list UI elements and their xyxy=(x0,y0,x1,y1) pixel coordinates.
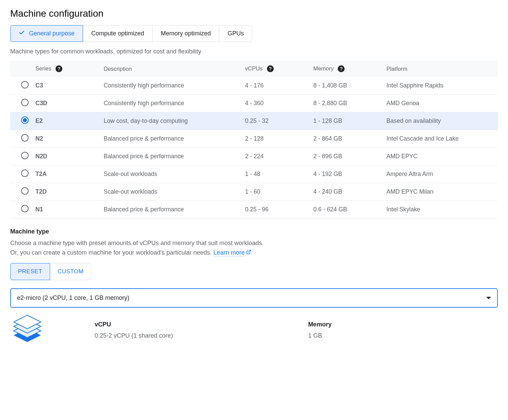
tab-label: General purpose xyxy=(29,30,75,37)
vcpus-cell: 1 - 60 xyxy=(242,183,310,201)
dropdown-value: e2-micro (2 vCPU, 1 core, 1 GB memory) xyxy=(17,294,129,302)
col-platform: Platform xyxy=(383,61,498,77)
description-cell: Scale-out workloads xyxy=(100,183,241,201)
spec-vcpu: vCPU 0.25-2 vCPU (1 shared core) xyxy=(95,321,308,339)
tab-general-purpose[interactable]: General purpose xyxy=(10,25,83,42)
description-cell: Balanced price & performance xyxy=(100,130,241,148)
table-row[interactable]: C3DConsistently high performance4 - 3608… xyxy=(10,95,498,112)
radio-button[interactable] xyxy=(21,81,29,88)
table-row[interactable]: E2Low cost, day-to-day computing0.25 - 3… xyxy=(10,112,498,130)
series-cell: T2A xyxy=(32,165,100,183)
series-table: Series ? Description vCPUs ? Memory ? Pl… xyxy=(10,61,498,219)
table-row[interactable]: T2AScale-out workloads1 - 484 - 192 GBAm… xyxy=(10,165,498,183)
help-icon[interactable]: ? xyxy=(338,65,345,72)
col-description: Description xyxy=(100,61,241,77)
platform-cell: AMD EPYC xyxy=(383,148,498,165)
col-series: Series ? xyxy=(32,61,100,77)
table-row[interactable]: C3Consistently high performance4 - 1768 … xyxy=(10,77,498,95)
description-cell: Consistently high performance xyxy=(100,77,241,95)
tab-memory-optimized[interactable]: Memory optimized xyxy=(153,25,219,42)
radio-button[interactable] xyxy=(21,116,29,124)
external-link-icon xyxy=(246,249,251,256)
spec-vcpu-value: 0.25-2 vCPU (1 shared core) xyxy=(95,332,308,339)
memory-cell: 8 - 2,880 GB xyxy=(310,95,383,112)
radio-button[interactable] xyxy=(21,134,29,142)
platform-cell: AMD EPYC Milan xyxy=(383,183,498,201)
check-icon xyxy=(19,30,25,37)
machine-type-heading: Machine type xyxy=(10,228,498,235)
table-header-row: Series ? Description vCPUs ? Memory ? Pl… xyxy=(10,61,498,77)
series-cell: E2 xyxy=(32,112,100,130)
vcpus-cell: 0.25 - 96 xyxy=(242,201,310,219)
tab-preset[interactable]: PRESET xyxy=(10,263,50,280)
series-cell: C3 xyxy=(32,77,100,95)
table-row[interactable]: N1Balanced price & performance0.25 - 960… xyxy=(10,201,498,219)
machine-type-dropdown[interactable]: e2-micro (2 vCPU, 1 core, 1 GB memory) xyxy=(10,288,498,308)
help-icon[interactable]: ? xyxy=(55,65,62,72)
memory-cell: 4 - 240 GB xyxy=(310,183,383,201)
memory-cell: 8 - 1,408 GB xyxy=(310,77,383,95)
spec-memory-label: Memory xyxy=(308,321,498,328)
tab-compute-optimized[interactable]: Compute optimized xyxy=(83,25,153,42)
col-vcpus: vCPUs ? xyxy=(242,61,310,77)
tab-custom[interactable]: CUSTOM xyxy=(50,263,91,280)
tab-label: Memory optimized xyxy=(161,30,211,37)
table-row[interactable]: N2DBalanced price & performance2 - 2242 … xyxy=(10,148,498,165)
vcpus-cell: 0.25 - 32 xyxy=(242,112,310,130)
col-memory: Memory ? xyxy=(310,61,383,77)
family-description: Machine types for common workloads, opti… xyxy=(10,48,498,55)
radio-button[interactable] xyxy=(21,169,29,177)
spec-memory: Memory 1 GB xyxy=(308,321,498,339)
section-title: Machine configuration xyxy=(10,8,498,19)
description-cell: Balanced price & performance xyxy=(100,148,241,165)
caret-down-icon xyxy=(486,297,491,299)
memory-cell: 1 - 128 GB xyxy=(310,112,383,130)
vcpus-cell: 2 - 224 xyxy=(242,148,310,165)
series-cell: C3D xyxy=(32,95,100,112)
radio-button[interactable] xyxy=(21,205,29,212)
radio-button[interactable] xyxy=(21,152,29,159)
platform-cell: Intel Skylake xyxy=(383,201,498,219)
platform-cell: Intel Sapphire Rapids xyxy=(383,77,498,95)
description-cell: Consistently high performance xyxy=(100,95,241,112)
stack-icon xyxy=(10,313,44,347)
vcpus-cell: 4 - 360 xyxy=(242,95,310,112)
spec-vcpu-label: vCPU xyxy=(95,321,308,328)
vcpus-cell: 1 - 48 xyxy=(242,165,310,183)
table-row[interactable]: T2DScale-out workloads1 - 604 - 240 GBAM… xyxy=(10,183,498,201)
tab-label: Compute optimized xyxy=(91,30,144,37)
description-cell: Low cost, day-to-day computing xyxy=(100,112,241,130)
help-icon[interactable]: ? xyxy=(267,65,274,72)
memory-cell: 2 - 864 GB xyxy=(310,130,383,148)
platform-cell: Based on availability xyxy=(383,112,498,130)
preset-custom-tabs: PRESET CUSTOM xyxy=(10,263,498,280)
description-cell: Balanced price & performance xyxy=(100,201,241,219)
memory-cell: 2 - 896 GB xyxy=(310,148,383,165)
radio-button[interactable] xyxy=(21,187,29,195)
series-cell: N2D xyxy=(32,148,100,165)
learn-more-link[interactable]: Learn more xyxy=(213,249,245,256)
platform-cell: Intel Cascade and Ice Lake xyxy=(383,130,498,148)
description-cell: Scale-out workloads xyxy=(100,165,241,183)
machine-type-description: Choose a machine type with preset amount… xyxy=(10,239,498,258)
table-row[interactable]: N2Balanced price & performance2 - 1282 -… xyxy=(10,130,498,148)
vcpus-cell: 4 - 176 xyxy=(242,77,310,95)
spec-memory-value: 1 GB xyxy=(308,332,498,339)
series-cell: N1 xyxy=(32,201,100,219)
tab-gpus[interactable]: GPUs xyxy=(219,25,252,42)
svg-line-0 xyxy=(248,250,251,253)
vcpus-cell: 2 - 128 xyxy=(242,130,310,148)
series-cell: N2 xyxy=(32,130,100,148)
series-cell: T2D xyxy=(32,183,100,201)
radio-button[interactable] xyxy=(21,99,29,106)
tab-label: GPUs xyxy=(227,30,244,37)
platform-cell: Ampere Altra Arm xyxy=(383,165,498,183)
machine-family-tabs: General purpose Compute optimized Memory… xyxy=(10,25,498,42)
memory-cell: 0.6 - 624 GB xyxy=(310,201,383,219)
memory-cell: 4 - 192 GB xyxy=(310,165,383,183)
platform-cell: AMD Genoa xyxy=(383,95,498,112)
spec-row: vCPU 0.25-2 vCPU (1 shared core) Memory … xyxy=(10,313,498,347)
